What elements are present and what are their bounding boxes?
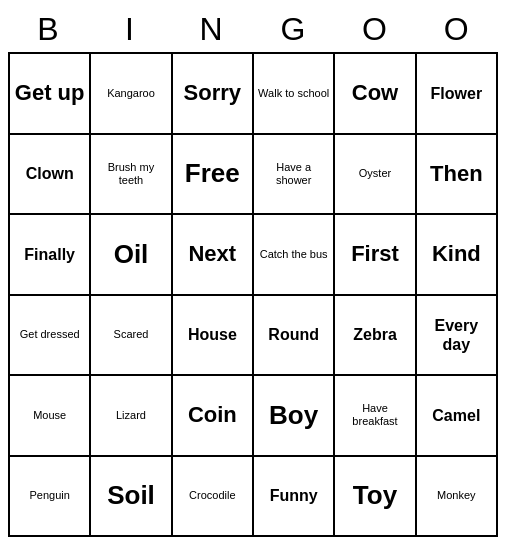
table-cell: Oyster [335,135,416,216]
table-cell: Kind [417,215,498,296]
table-cell: Free [173,135,254,216]
table-cell: Toy [335,457,416,538]
cell-text: Get dressed [20,328,80,341]
cell-text: Monkey [437,489,476,502]
cell-text: Round [268,325,319,344]
table-cell: Then [417,135,498,216]
table-cell: Catch the bus [254,215,335,296]
table-cell: Cow [335,54,416,135]
table-cell: Brush my teeth [91,135,172,216]
cell-text: Have breakfast [338,402,411,428]
cell-text: Then [430,161,483,187]
cell-text: House [188,325,237,344]
cell-text: Oil [114,239,149,270]
header-letter: N [171,7,253,52]
table-cell: House [173,296,254,377]
table-cell: Get dressed [10,296,91,377]
cell-text: Sorry [184,80,241,106]
cell-text: Brush my teeth [94,161,167,187]
cell-text: Crocodile [189,489,235,502]
table-cell: Lizard [91,376,172,457]
table-cell: Kangaroo [91,54,172,135]
cell-text: Catch the bus [260,248,328,261]
cell-text: Mouse [33,409,66,422]
table-cell: First [335,215,416,296]
table-cell: Camel [417,376,498,457]
table-cell: Crocodile [173,457,254,538]
cell-text: Cow [352,80,398,106]
table-cell: Clown [10,135,91,216]
cell-text: Walk to school [258,87,329,100]
header-letter: O [416,7,498,52]
cell-text: Funny [270,486,318,505]
cell-text: Finally [24,245,75,264]
table-cell: Get up [10,54,91,135]
cell-text: Zebra [353,325,397,344]
table-cell: Finally [10,215,91,296]
cell-text: Coin [188,402,237,428]
header-letter: I [90,7,172,52]
bingo-card: BINGOO Get upKangarooSorryWalk to school… [8,7,498,537]
table-cell: Have breakfast [335,376,416,457]
cell-text: Free [185,158,240,189]
cell-text: First [351,241,399,267]
table-cell: Mouse [10,376,91,457]
table-cell: Soil [91,457,172,538]
table-cell: Walk to school [254,54,335,135]
cell-text: Kind [432,241,481,267]
cell-text: Boy [269,400,318,431]
cell-text: Soil [107,480,155,511]
table-cell: Every day [417,296,498,377]
cell-text: Clown [26,164,74,183]
cell-text: Have a shower [257,161,330,187]
header-letter: B [8,7,90,52]
table-cell: Sorry [173,54,254,135]
table-cell: Next [173,215,254,296]
cell-text: Next [188,241,236,267]
table-cell: Have a shower [254,135,335,216]
table-cell: Round [254,296,335,377]
table-cell: Flower [417,54,498,135]
header-letter: G [253,7,335,52]
cell-text: Every day [420,316,493,354]
cell-text: Penguin [29,489,69,502]
table-cell: Boy [254,376,335,457]
cell-text: Get up [15,80,85,106]
cell-text: Scared [114,328,149,341]
bingo-grid: Get upKangarooSorryWalk to schoolCowFlow… [8,52,498,537]
table-cell: Oil [91,215,172,296]
bingo-header: BINGOO [8,7,498,52]
header-letter: O [335,7,417,52]
cell-text: Oyster [359,167,391,180]
table-cell: Coin [173,376,254,457]
table-cell: Zebra [335,296,416,377]
table-cell: Funny [254,457,335,538]
cell-text: Camel [432,406,480,425]
table-cell: Monkey [417,457,498,538]
cell-text: Kangaroo [107,87,155,100]
table-cell: Scared [91,296,172,377]
cell-text: Flower [431,84,483,103]
cell-text: Toy [353,480,397,511]
cell-text: Lizard [116,409,146,422]
table-cell: Penguin [10,457,91,538]
